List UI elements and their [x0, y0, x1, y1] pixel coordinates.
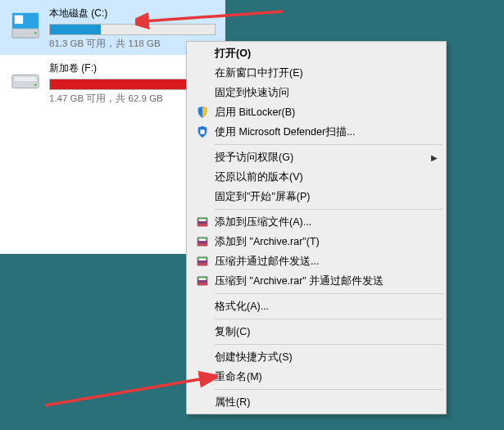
svg-rect-23: [199, 278, 207, 280]
menu-icon-placeholder: [195, 369, 210, 384]
menu-item-label: 创建快捷方式(S): [215, 351, 426, 364]
menu-item-label: 使用 Microsoft Defender扫描...: [215, 125, 426, 139]
shield-blue-icon: [195, 105, 210, 120]
menu-item[interactable]: 固定到快速访问: [188, 83, 444, 102]
drive-usage-fill: [50, 25, 101, 34]
menu-separator: [215, 144, 443, 145]
menu-item[interactable]: 启用 BitLocker(B): [188, 102, 444, 122]
chevron-right-icon: ▶: [431, 153, 438, 162]
menu-item[interactable]: 添加到 "Archive.rar"(T): [188, 232, 444, 251]
svg-rect-19: [199, 258, 207, 260]
menu-icon-placeholder: [195, 350, 210, 364]
svg-line-25: [45, 378, 205, 405]
menu-icon-placeholder: [195, 66, 210, 80]
menu-item[interactable]: 在新窗口中打开(E): [188, 63, 444, 83]
menu-item-label: 在新窗口中打开(E): [215, 66, 426, 80]
svg-rect-15: [199, 238, 207, 241]
menu-item[interactable]: 创建快捷方式(S): [188, 347, 444, 367]
svg-rect-18: [198, 263, 207, 266]
menu-item[interactable]: 固定到"开始"屏幕(P): [188, 187, 444, 206]
svg-rect-2: [15, 16, 23, 24]
svg-rect-14: [198, 243, 207, 247]
menu-separator: [215, 344, 443, 345]
menu-icon-placeholder: [195, 324, 210, 339]
menu-icon-placeholder: [195, 170, 210, 184]
winrar-icon: [195, 274, 210, 288]
svg-rect-11: [199, 219, 207, 221]
menu-item-label: 还原以前的版本(V): [215, 170, 426, 184]
svg-rect-5: [15, 77, 37, 81]
menu-item[interactable]: 还原以前的版本(V): [188, 167, 444, 187]
menu-item-label: 打开(O): [215, 47, 426, 61]
menu-item[interactable]: 复制(C): [188, 322, 444, 342]
svg-rect-22: [198, 283, 207, 286]
svg-rect-10: [198, 224, 207, 227]
svg-point-3: [34, 32, 37, 34]
menu-item-label: 添加到压缩文件(A)...: [215, 215, 426, 229]
drive-icon: [10, 10, 41, 41]
shield-defender-icon: [195, 124, 210, 139]
menu-item[interactable]: 打开(O): [188, 43, 444, 63]
menu-separator: [215, 293, 443, 294]
svg-rect-4: [12, 75, 39, 88]
menu-item-label: 重命名(M): [215, 370, 426, 384]
menu-item-label: 授予访问权限(G): [215, 151, 426, 165]
menu-item[interactable]: 压缩并通过邮件发送...: [188, 251, 444, 271]
menu-item[interactable]: 使用 Microsoft Defender扫描...: [188, 122, 444, 142]
menu-item[interactable]: 添加到压缩文件(A)...: [188, 212, 444, 232]
menu-item-label: 添加到 "Archive.rar"(T): [215, 235, 426, 249]
menu-item-label: 固定到快速访问: [215, 86, 426, 100]
menu-item[interactable]: 压缩到 "Archive.rar" 并通过邮件发送: [188, 271, 444, 291]
menu-item-label: 格式化(A)...: [215, 300, 426, 314]
menu-item-label: 复制(C): [215, 325, 426, 339]
menu-item[interactable]: 属性(R): [188, 392, 444, 412]
winrar-icon: [195, 215, 210, 229]
menu-icon-placeholder: [195, 395, 210, 410]
menu-item-label: 属性(R): [215, 396, 426, 410]
drive-name: 本地磁盘 (C:): [49, 7, 216, 20]
drive-usage-bar: [49, 24, 216, 35]
menu-item-label: 压缩并通过邮件发送...: [215, 255, 426, 269]
menu-icon-placeholder: [195, 46, 210, 61]
winrar-icon: [195, 234, 210, 249]
drive-icon: [10, 65, 41, 96]
menu-item[interactable]: 授予访问权限(G)▶: [188, 147, 444, 167]
svg-rect-7: [200, 129, 204, 134]
menu-item-label: 启用 BitLocker(B): [215, 106, 426, 120]
drive-context-menu: 打开(O)在新窗口中打开(E)固定到快速访问 启用 BitLocker(B) 使…: [186, 41, 447, 414]
menu-icon-placeholder: [195, 150, 210, 165]
menu-icon-placeholder: [195, 85, 210, 100]
menu-separator: [215, 389, 443, 390]
menu-icon-placeholder: [195, 299, 210, 314]
winrar-icon: [195, 254, 210, 269]
svg-point-6: [34, 84, 37, 86]
menu-item[interactable]: 重命名(M): [188, 367, 444, 387]
menu-item[interactable]: 格式化(A)...: [188, 296, 444, 316]
menu-item-label: 固定到"开始"屏幕(P): [215, 190, 426, 204]
menu-icon-placeholder: [195, 189, 210, 204]
menu-item-label: 压缩到 "Archive.rar" 并通过邮件发送: [215, 274, 426, 288]
menu-separator: [215, 209, 443, 210]
menu-separator: [215, 319, 443, 319]
